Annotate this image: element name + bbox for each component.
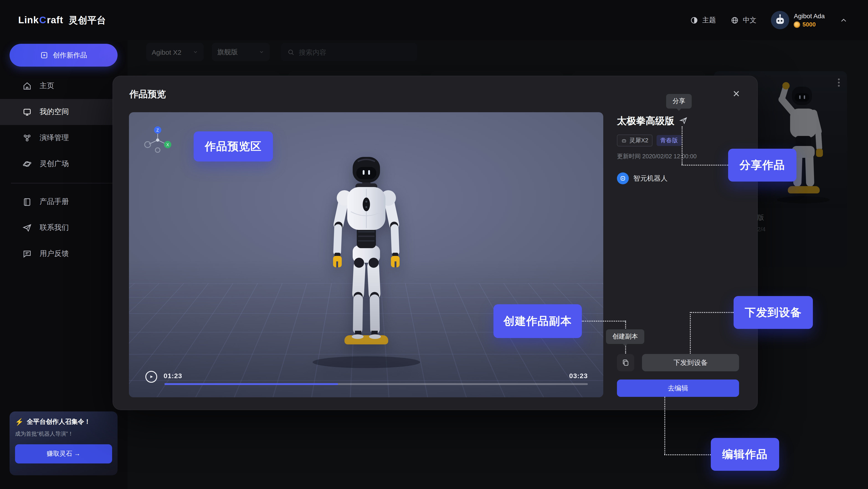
sidebar-item-plaza[interactable]: 灵创广场 <box>0 151 128 177</box>
work-title-row: 太极拳高级版 <box>617 115 745 127</box>
sidebar: 创作新作品 主页 我的空间 演绎管理 灵创广场 产品手 <box>0 40 128 489</box>
globe-icon <box>731 16 739 24</box>
home-icon <box>22 81 32 91</box>
language-label: 中文 <box>743 16 756 24</box>
paper-plane-icon <box>22 223 32 233</box>
sidebar-item-label: 演绎管理 <box>40 133 69 143</box>
logo-text-2: raft <box>47 15 63 25</box>
go-edit-button[interactable]: 去编辑 <box>617 379 739 397</box>
deploy-to-device-button[interactable]: 下发到设备 <box>642 354 739 371</box>
gizmo-x-label: X <box>166 143 169 147</box>
copy-icon <box>621 358 630 367</box>
play-icon <box>149 374 154 379</box>
coin-balance: 5000 <box>794 21 825 28</box>
app-logo: LinkCraft 灵创平台 <box>18 14 106 26</box>
sidebar-item-label: 产品手册 <box>40 197 69 207</box>
sidebar-item-home[interactable]: 主页 <box>0 73 128 99</box>
theme-icon <box>690 16 699 24</box>
language-switcher[interactable]: 中文 <box>731 16 756 24</box>
sidebar-item-feedback[interactable]: 用户反馈 <box>0 241 128 267</box>
close-icon[interactable]: × <box>727 84 745 103</box>
sidebar-item-performance[interactable]: 演绎管理 <box>0 125 128 151</box>
create-copy-button[interactable] <box>617 354 634 371</box>
earn-coins-button[interactable]: 赚取灵石 → <box>15 444 112 463</box>
sidebar-divider <box>11 183 116 183</box>
progress-bar[interactable] <box>164 383 588 385</box>
robot-tag-icon <box>621 138 627 143</box>
promo-title-row: ⚡ 全平台创作人召集令！ <box>15 418 112 426</box>
creator-logo-icon <box>620 175 626 181</box>
share-icon <box>679 116 688 125</box>
app-header: LinkCraft 灵创平台 主题 中文 <box>0 0 868 40</box>
callout-edit-work: 编辑作品 <box>711 438 779 471</box>
callout-share-work: 分享作品 <box>728 149 797 181</box>
total-time: 03:23 <box>569 372 588 379</box>
promo-title: 全平台创作人召集令！ <box>27 418 90 426</box>
preview-modal: 作品预览 × <box>113 76 758 410</box>
sidebar-item-label: 灵创广场 <box>40 159 69 169</box>
avatar-robot-icon <box>771 11 789 29</box>
connector-line <box>682 126 683 165</box>
username: Agibot Ada <box>794 12 825 20</box>
creator-row: 智元机器人 <box>617 172 745 184</box>
callout-create-copy: 创建作品副本 <box>493 304 582 338</box>
sidebar-item-label: 用户反馈 <box>40 249 69 259</box>
nodes-icon <box>22 133 32 143</box>
model-tag: 灵犀X2 <box>617 135 652 146</box>
planet-icon <box>22 159 32 169</box>
connector-line <box>582 321 626 322</box>
user-menu[interactable]: Agibot Ada 5000 <box>771 11 825 29</box>
robot-model <box>296 156 437 377</box>
creator-name: 智元机器人 <box>633 174 668 183</box>
sidebar-nav-secondary: 产品手册 联系我们 用户反馈 <box>0 189 128 267</box>
work-title: 太极拳高级版 <box>617 115 674 127</box>
share-button[interactable] <box>679 116 689 126</box>
humanoid-robot-illustration <box>296 156 437 375</box>
sidebar-item-label: 主页 <box>40 81 54 91</box>
share-tooltip: 分享 <box>666 94 692 109</box>
current-time: 01:23 <box>163 372 182 379</box>
create-work-button[interactable]: 创作新作品 <box>9 44 118 66</box>
callout-preview-area: 作品预览区 <box>194 132 273 162</box>
sidebar-item-label: 联系我们 <box>40 223 69 233</box>
connector-line <box>682 165 728 166</box>
book-icon <box>22 197 32 207</box>
model-tag-label: 灵犀X2 <box>629 136 648 145</box>
connector-line <box>690 312 691 353</box>
avatar <box>771 11 789 29</box>
sidebar-item-my-space[interactable]: 我的空间 <box>0 99 128 125</box>
copy-tooltip: 创建副本 <box>606 329 644 344</box>
logo-accent-c: C <box>39 15 46 25</box>
chat-bubble-icon <box>22 249 32 259</box>
sidebar-item-label: 我的空间 <box>40 107 69 117</box>
connector-line <box>664 454 711 455</box>
bolt-icon: ⚡ <box>15 418 24 426</box>
sidebar-item-contact[interactable]: 联系我们 <box>0 215 128 241</box>
promo-subtitle: 成为首批“机器人导演”！ <box>15 430 112 438</box>
header-actions: 主题 中文 Agibot Ada <box>690 11 848 29</box>
gizmo-z-label: Z <box>156 128 159 133</box>
modal-title: 作品预览 <box>129 88 166 100</box>
logo-text: Link <box>18 15 39 25</box>
coin-amount: 5000 <box>803 21 816 28</box>
connector-line <box>690 312 734 313</box>
work-detail-panel: 太极拳高级版 灵犀X2 青春版 更新时间 2020/02/02 12:00:00… <box>617 115 745 184</box>
user-meta: Agibot Ada 5000 <box>794 12 825 28</box>
logo-cn: 灵创平台 <box>69 14 106 26</box>
play-button[interactable] <box>145 371 157 383</box>
monitor-icon <box>22 107 32 117</box>
create-work-label: 创作新作品 <box>53 51 87 60</box>
chevron-up-icon[interactable] <box>839 16 848 24</box>
theme-toggle[interactable]: 主题 <box>690 16 716 24</box>
progress-fill <box>164 383 338 385</box>
updated-time: 更新时间 2020/02/02 12:00:00 <box>617 152 745 161</box>
connector-line <box>664 397 665 454</box>
axis-gizmo[interactable]: Z X <box>142 124 174 156</box>
sidebar-nav-primary: 主页 我的空间 演绎管理 灵创广场 <box>0 73 128 177</box>
promo-card: ⚡ 全平台创作人召集令！ 成为首批“机器人导演”！ 赚取灵石 → <box>9 411 118 475</box>
creator-avatar <box>617 172 629 184</box>
theme-label: 主题 <box>702 16 716 24</box>
edition-tag: 青春版 <box>657 135 682 146</box>
callout-deploy-device: 下发到设备 <box>734 296 813 329</box>
sidebar-item-manual[interactable]: 产品手册 <box>0 189 128 215</box>
